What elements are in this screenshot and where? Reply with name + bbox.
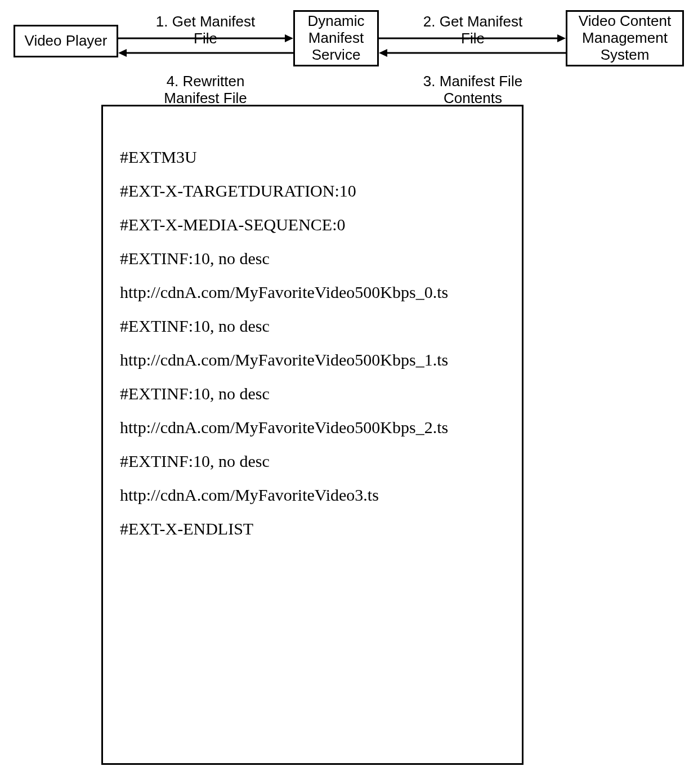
video-cms-box: Video Content Management System — [566, 10, 684, 66]
svg-marker-3 — [118, 49, 127, 57]
flow-label-step4-text: 4. Rewritten Manifest File — [164, 73, 247, 106]
svg-marker-5 — [557, 34, 566, 42]
flow-label-step3-text: 3. Manifest File Contents — [423, 73, 522, 106]
arrow-step2 — [379, 33, 566, 44]
arrow-step4 — [118, 47, 293, 59]
svg-marker-7 — [379, 49, 387, 57]
manifest-file-contents: #EXTM3U #EXT-X-TARGETDURATION:10 #EXT-X-… — [120, 140, 505, 546]
svg-marker-1 — [285, 34, 293, 42]
video-player-box: Video Player — [14, 25, 118, 57]
arrow-step3 — [379, 47, 566, 59]
video-player-label: Video Player — [25, 33, 108, 50]
arrow-step1 — [118, 33, 293, 44]
manifest-file-box: #EXTM3U #EXT-X-TARGETDURATION:10 #EXT-X-… — [101, 105, 524, 765]
flow-label-step3: 3. Manifest File Contents — [388, 56, 557, 107]
dynamic-manifest-service-box: Dynamic Manifest Service — [293, 10, 379, 66]
dynamic-manifest-service-label: Dynamic Manifest Service — [307, 13, 364, 64]
video-cms-label: Video Content Management System — [579, 13, 671, 64]
flow-label-step4: 4. Rewritten Manifest File — [118, 56, 293, 107]
